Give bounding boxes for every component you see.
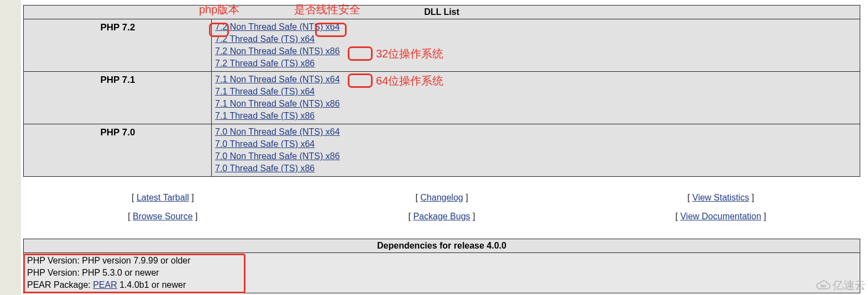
dll-link[interactable]: 7.1 Thread Safe (TS) x64 bbox=[215, 87, 315, 96]
table-row: PHP 7.0 7.0 Non Thread Safe (NTS) x64 7.… bbox=[24, 124, 860, 177]
dll-link[interactable]: 7.0 Non Thread Safe (NTS) x64 bbox=[215, 127, 340, 136]
svg-point-1 bbox=[824, 285, 826, 287]
dll-list-table: DLL List PHP 7.2 7.2 Non Thread Safe (NT… bbox=[23, 5, 860, 177]
dll-link[interactable]: 7.0 Thread Safe (TS) x86 bbox=[215, 164, 315, 173]
left-gutter bbox=[0, 0, 21, 295]
dll-link[interactable]: 7.0 Non Thread Safe (NTS) x86 bbox=[215, 151, 340, 161]
annotation-box-dependencies bbox=[23, 254, 245, 293]
php-version-cell: PHP 7.2 bbox=[24, 19, 212, 72]
table-row: PHP 7.2 7.2 Non Thread Safe (NTS) x64 7.… bbox=[24, 19, 860, 72]
dll-link[interactable]: 7.1 Non Thread Safe (NTS) x64 bbox=[215, 75, 340, 84]
footer-link-row-1: [ Latest Tarball ] [ Changelog ] [ View … bbox=[23, 193, 860, 203]
annotation-php-version-label: php版本 bbox=[199, 2, 239, 17]
browse-source-link[interactable]: Browse Source bbox=[133, 212, 193, 221]
view-statistics-link[interactable]: View Statistics bbox=[692, 193, 749, 202]
dll-link[interactable]: 7.2 Thread Safe (TS) x86 bbox=[215, 59, 315, 68]
watermark: 亿速云 bbox=[816, 278, 866, 293]
dll-link[interactable]: 7.0 Thread Safe (TS) x64 bbox=[215, 139, 315, 149]
dependencies-header: Dependencies for release 4.0.0 bbox=[24, 239, 860, 253]
latest-tarball-link[interactable]: Latest Tarball bbox=[137, 193, 189, 202]
dll-links-cell: 7.1 Non Thread Safe (NTS) x64 7.1 Thread… bbox=[212, 72, 860, 124]
annotation-box-version bbox=[209, 23, 229, 37]
dll-link[interactable]: 7.1 Thread Safe (TS) x86 bbox=[215, 111, 315, 120]
watermark-text: 亿速云 bbox=[833, 278, 866, 293]
changelog-link[interactable]: Changelog bbox=[420, 193, 463, 202]
dll-link[interactable]: 7.1 Non Thread Safe (NTS) x86 bbox=[215, 99, 340, 108]
dll-list-header: DLL List bbox=[24, 6, 860, 19]
cloud-icon bbox=[816, 280, 830, 291]
annotation-32bit-label: 32位操作系统 bbox=[376, 46, 443, 61]
dll-links-cell: 7.0 Non Thread Safe (NTS) x64 7.0 Thread… bbox=[212, 124, 860, 177]
annotation-thread-safe-label: 是否线性安全 bbox=[294, 2, 360, 17]
footer-link-row-2: [ Browse Source ] [ Package Bugs ] [ Vie… bbox=[23, 212, 860, 222]
annotation-64bit-label: 64位操作系统 bbox=[376, 73, 443, 88]
php-version-cell: PHP 7.0 bbox=[24, 124, 212, 177]
dll-link[interactable]: 7.2 Thread Safe (TS) x64 bbox=[215, 34, 315, 44]
view-documentation-link[interactable]: View Documentation bbox=[680, 212, 761, 221]
dll-links-cell: 7.2 Non Thread Safe (NTS) x64 7.2 Thread… bbox=[212, 19, 860, 72]
dll-link[interactable]: 7.2 Non Thread Safe (NTS) x86 bbox=[215, 46, 340, 56]
annotation-box-x64 bbox=[348, 73, 373, 88]
svg-point-0 bbox=[821, 285, 823, 287]
package-bugs-link[interactable]: Package Bugs bbox=[413, 212, 470, 221]
php-version-cell: PHP 7.1 bbox=[24, 72, 212, 124]
annotation-box-x86 bbox=[348, 46, 373, 61]
annotation-box-nts bbox=[315, 23, 347, 37]
